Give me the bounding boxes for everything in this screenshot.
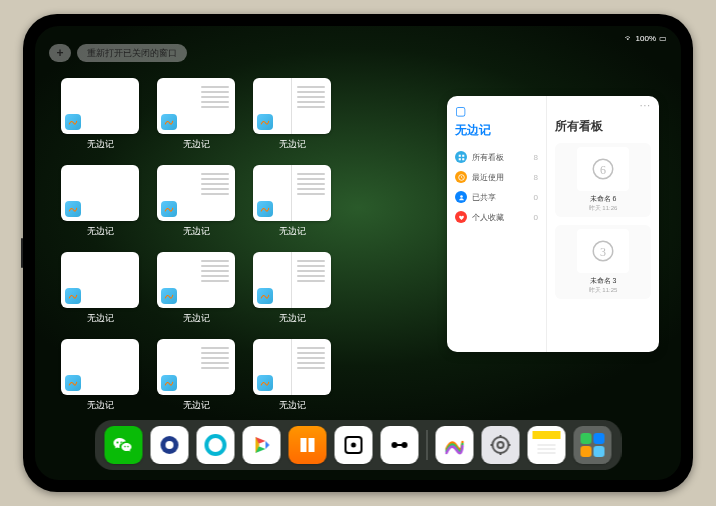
svg-rect-2: [458, 158, 460, 160]
category-count: 8: [534, 173, 538, 182]
category-person[interactable]: 已共享0: [455, 187, 538, 207]
window-thumb[interactable]: 无边记: [59, 339, 141, 412]
more-icon[interactable]: ···: [640, 100, 651, 111]
window-label: 无边记: [279, 399, 306, 412]
window-preview: [61, 165, 139, 221]
window-preview: [157, 165, 235, 221]
ipad-frame: ᯤ 100% ▭ + 重新打开已关闭的窗口 无边记无边记无边记无边记无边记无边记…: [23, 14, 693, 492]
freeform-app-icon: [161, 288, 177, 304]
svg-rect-28: [581, 433, 592, 444]
window-preview: [157, 252, 235, 308]
category-label: 已共享: [472, 192, 496, 203]
freeform-app-icon: [65, 114, 81, 130]
battery-icon: ▭: [659, 34, 667, 43]
window-thumb[interactable]: 无边记: [59, 165, 141, 238]
freeform-app-icon: [257, 201, 273, 217]
freeform-app-icon: [161, 201, 177, 217]
sidebar-toggle-icon[interactable]: ▢: [455, 104, 469, 116]
window-thumb[interactable]: 无边记: [251, 252, 333, 325]
reopen-closed-window-pill[interactable]: 重新打开已关闭的窗口: [77, 44, 187, 62]
app-switcher-grid: 无边记无边记无边记无边记无边记无边记无边记无边记无边记无边记无边记无边记: [59, 78, 429, 412]
clock-icon: [455, 171, 467, 183]
dock-app-quark[interactable]: [197, 426, 235, 464]
window-thumb[interactable]: 无边记: [155, 78, 237, 151]
freeform-panel[interactable]: ▢ 无边记 所有看板8最近使用8已共享0个人收藏0 ··· 所有看板 6未命名 …: [447, 96, 659, 352]
window-thumb[interactable]: 无边记: [155, 339, 237, 412]
person-icon: [455, 191, 467, 203]
svg-rect-30: [581, 446, 592, 457]
window-preview: [61, 78, 139, 134]
board-item[interactable]: 3未命名 3昨天 11:25: [555, 225, 651, 299]
heart-icon: [455, 211, 467, 223]
top-pill-row: + 重新打开已关闭的窗口: [49, 44, 187, 62]
window-preview: [253, 78, 331, 134]
window-label: 无边记: [87, 138, 114, 151]
window-thumb[interactable]: 无边记: [155, 252, 237, 325]
dock-app-browser-hd[interactable]: [151, 426, 189, 464]
panel-sidebar: ▢ 无边记 所有看板8最近使用8已共享0个人收藏0: [447, 96, 547, 352]
window-label: 无边记: [183, 138, 210, 151]
window-thumb[interactable]: 无边记: [251, 339, 333, 412]
dock-app-app-library[interactable]: [574, 426, 612, 464]
dock-app-dice[interactable]: [335, 426, 373, 464]
category-heart[interactable]: 个人收藏0: [455, 207, 538, 227]
svg-point-18: [498, 442, 504, 448]
window-thumb[interactable]: 无边记: [155, 165, 237, 238]
freeform-app-icon: [257, 114, 273, 130]
category-count: 0: [534, 213, 538, 222]
window-label: 无边记: [87, 399, 114, 412]
freeform-app-icon: [257, 288, 273, 304]
board-item[interactable]: 6未命名 6昨天 11:26: [555, 143, 651, 217]
category-label: 最近使用: [472, 172, 504, 183]
svg-rect-0: [458, 154, 460, 156]
window-thumb[interactable]: 无边记: [251, 78, 333, 151]
wifi-icon: ᯤ: [625, 34, 633, 43]
svg-text:6: 6: [600, 163, 606, 177]
window-label: 无边记: [87, 225, 114, 238]
freeform-app-icon: [257, 375, 273, 391]
dock-app-settings[interactable]: [482, 426, 520, 464]
panel-title: 无边记: [455, 122, 538, 139]
panel-main: ··· 所有看板 6未命名 6昨天 11:263未命名 3昨天 11:25: [547, 96, 659, 352]
category-count: 0: [534, 193, 538, 202]
board-name: 未命名 3: [590, 276, 617, 286]
screen: ᯤ 100% ▭ + 重新打开已关闭的窗口 无边记无边记无边记无边记无边记无边记…: [35, 26, 681, 480]
category-count: 8: [534, 153, 538, 162]
dock-app-books[interactable]: [289, 426, 327, 464]
svg-point-17: [493, 437, 509, 453]
grid-icon: [455, 151, 467, 163]
window-preview: [157, 78, 235, 134]
window-label: 无边记: [87, 312, 114, 325]
svg-rect-29: [594, 433, 605, 444]
svg-rect-3: [462, 158, 464, 160]
window-label: 无边记: [279, 138, 306, 151]
window-preview: [61, 252, 139, 308]
window-thumb[interactable]: 无边记: [251, 165, 333, 238]
svg-rect-31: [594, 446, 605, 457]
panel-right-title: 所有看板: [555, 118, 651, 135]
dock-app-connect[interactable]: [381, 426, 419, 464]
freeform-app-icon: [65, 375, 81, 391]
status-right: ᯤ 100% ▭: [625, 30, 667, 46]
svg-rect-1: [462, 154, 464, 156]
dock: [95, 420, 622, 470]
svg-text:3: 3: [600, 245, 606, 259]
dock-app-freeform[interactable]: [436, 426, 474, 464]
window-thumb[interactable]: 无边记: [59, 252, 141, 325]
freeform-app-icon: [65, 201, 81, 217]
svg-point-14: [351, 443, 356, 448]
window-thumb[interactable]: 无边记: [59, 78, 141, 151]
category-grid[interactable]: 所有看板8: [455, 147, 538, 167]
svg-rect-23: [533, 431, 561, 439]
freeform-app-icon: [65, 288, 81, 304]
dock-app-notes[interactable]: [528, 426, 566, 464]
new-window-button[interactable]: +: [49, 44, 71, 62]
window-preview: [61, 339, 139, 395]
window-preview: [253, 339, 331, 395]
dock-app-wechat[interactable]: [105, 426, 143, 464]
dock-app-play[interactable]: [243, 426, 281, 464]
window-label: 无边记: [279, 225, 306, 238]
category-label: 个人收藏: [472, 212, 504, 223]
window-label: 无边记: [183, 312, 210, 325]
category-clock[interactable]: 最近使用8: [455, 167, 538, 187]
